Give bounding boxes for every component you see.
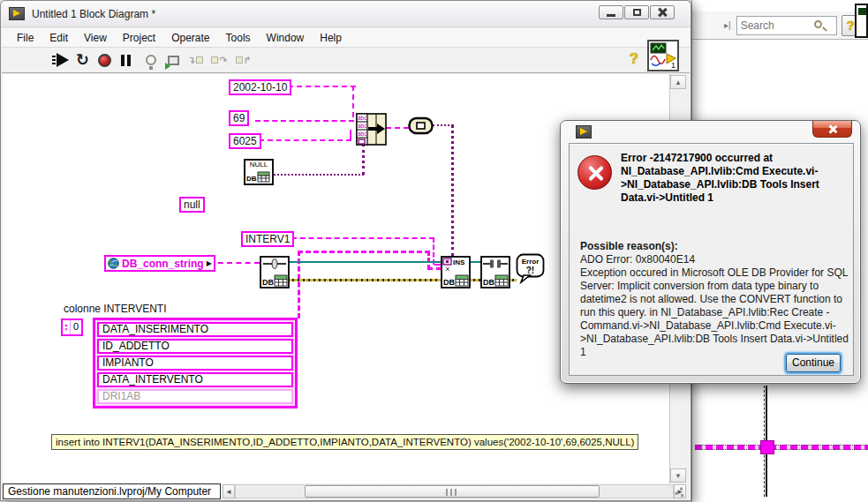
context-help-button[interactable]: ? bbox=[625, 50, 643, 71]
selected-string-wire[interactable] bbox=[695, 445, 868, 450]
menu-help[interactable]: Help bbox=[312, 30, 350, 46]
constant-date[interactable]: 2002-10-10 bbox=[229, 79, 291, 95]
wire-connection-ref[interactable] bbox=[289, 261, 441, 263]
array-item[interactable]: DATA_INTERVENTO bbox=[97, 372, 293, 387]
svg-text:DB: DB bbox=[443, 278, 455, 287]
menu-operate[interactable]: Operate bbox=[163, 30, 217, 46]
menu-window[interactable]: Window bbox=[259, 30, 313, 46]
error-body: Exception occured in Microsoft OLE DB Pr… bbox=[580, 266, 850, 359]
wire-array-to-variant[interactable] bbox=[386, 127, 409, 129]
null-db-constant[interactable]: NULL DB bbox=[244, 159, 274, 185]
toolbar-splitter-icon: ▸| bbox=[724, 20, 731, 30]
run-button[interactable] bbox=[57, 53, 69, 67]
search-box[interactable] bbox=[736, 16, 837, 35]
spinner-down-icon[interactable]: ▼ bbox=[64, 327, 69, 332]
step-into-icon: ↴ bbox=[187, 55, 195, 66]
minimize-icon bbox=[607, 14, 615, 17]
scroll-left-icon[interactable]: ◄ bbox=[223, 484, 235, 498]
wire-junction-square[interactable] bbox=[760, 440, 774, 454]
array-index-value[interactable]: 0 bbox=[71, 320, 81, 334]
continue-button[interactable]: Continue bbox=[786, 354, 841, 372]
wire-string-array[interactable] bbox=[427, 267, 442, 270]
db-insert-data-node[interactable]: INS DB bbox=[441, 256, 471, 292]
run-icon bbox=[52, 56, 56, 64]
maximize-icon bbox=[633, 9, 641, 16]
maximize-button[interactable] bbox=[624, 5, 649, 19]
step-over-icon: ↷ bbox=[219, 55, 227, 66]
constant-null[interactable]: null bbox=[179, 197, 205, 213]
wire-string-array[interactable] bbox=[298, 251, 430, 253]
wire-string-6025[interactable] bbox=[259, 139, 351, 141]
menu-edit[interactable]: Edit bbox=[42, 30, 76, 46]
horizontal-scrollbar[interactable] bbox=[235, 484, 674, 498]
wire-error-cluster[interactable] bbox=[289, 279, 442, 281]
abort-button[interactable] bbox=[98, 54, 111, 67]
title-bar[interactable]: Untitled 1 Block Diagram * bbox=[1, 1, 691, 27]
step-over-button[interactable]: ↷ bbox=[211, 55, 227, 66]
scroll-up-icon[interactable]: ▲ bbox=[670, 75, 686, 89]
wire-string-date[interactable] bbox=[352, 86, 354, 117]
search-input[interactable] bbox=[737, 17, 817, 34]
retain-wire-values-button[interactable] bbox=[168, 56, 179, 65]
dialog-close-button[interactable] bbox=[812, 121, 852, 138]
wire-string-date[interactable] bbox=[288, 86, 356, 87]
abc-cell: abc bbox=[358, 115, 367, 121]
constant-table-name[interactable]: INTERV1 bbox=[241, 231, 294, 247]
wire-string-69[interactable] bbox=[255, 120, 354, 122]
ins-label: INS bbox=[453, 258, 465, 266]
global-db-conn-string[interactable]: DB_conn_string ▶ bbox=[104, 255, 215, 272]
status-bar: Gestione manutenzioni.lvproj/My Computer… bbox=[3, 483, 686, 499]
toolbar: ↻ ↴ ↷ ↱ ? 1 bbox=[2, 48, 690, 73]
abc-cell: abc bbox=[358, 123, 367, 129]
constant-id-addetto[interactable]: 69 bbox=[229, 110, 249, 126]
horizontal-scroll-thumb[interactable] bbox=[305, 485, 600, 498]
wire-variant-out[interactable] bbox=[451, 124, 454, 257]
db-close-connection-node[interactable]: DB bbox=[480, 256, 510, 292]
constant-impianto[interactable]: 6025 bbox=[229, 133, 261, 149]
step-into-button[interactable]: ↴ bbox=[187, 55, 203, 66]
error-handler-node[interactable]: Error ?! bbox=[516, 253, 545, 288]
project-context-label[interactable]: Gestione manutenzioni.lvproj/My Computer bbox=[3, 483, 221, 499]
dialog-content: Error -2147217900 occurred at NI_Databas… bbox=[569, 143, 854, 376]
menu-project[interactable]: Project bbox=[115, 30, 163, 46]
highlight-execution-button[interactable] bbox=[146, 55, 156, 65]
build-array-node[interactable]: abc abc abc bbox=[356, 113, 387, 149]
scroll-down-icon[interactable]: ▼ bbox=[670, 468, 686, 483]
pause-icon bbox=[127, 55, 131, 66]
background-toolbar: ▸| ? bbox=[692, 11, 868, 40]
vi-icon[interactable]: 1 bbox=[647, 40, 679, 71]
pause-icon bbox=[121, 55, 125, 66]
wire-string-table[interactable] bbox=[291, 237, 434, 239]
background-vi-icon bbox=[855, 4, 868, 38]
sql-free-label[interactable]: insert into INTERV1(DATA_INSERIMENTO,ID_… bbox=[51, 434, 638, 450]
error-header-text: Error -2147217900 occurred at NI_Databas… bbox=[621, 152, 845, 205]
array-item[interactable]: DATA_INSERIMENTO bbox=[97, 322, 293, 337]
svg-text:DB: DB bbox=[483, 278, 494, 287]
array-item[interactable]: ID_ADDETTO bbox=[97, 339, 293, 354]
wire-string-6025[interactable] bbox=[350, 130, 351, 140]
error-reason-text: Possible reason(s): ADO Error: 0x80040E1… bbox=[580, 240, 850, 359]
db-open-connection-node[interactable]: DB bbox=[260, 256, 290, 292]
close-icon bbox=[828, 124, 837, 133]
array-item[interactable]: IMPIANTO bbox=[97, 356, 293, 371]
wire-variant-null[interactable] bbox=[274, 174, 364, 176]
resize-grip[interactable] bbox=[670, 484, 686, 499]
array-index-spinner[interactable]: ▲ ▼ bbox=[63, 320, 71, 334]
menu-tools[interactable]: Tools bbox=[218, 30, 259, 46]
menu-file[interactable]: File bbox=[9, 30, 42, 46]
array-index-box[interactable]: ▲ ▼ 0 bbox=[61, 318, 83, 336]
wire-variant-out[interactable] bbox=[433, 124, 453, 126]
array-constant[interactable]: DATA_INSERIMENTO ID_ADDETTO IMPIANTO DAT… bbox=[93, 318, 298, 408]
abc-cell: abc bbox=[358, 131, 367, 137]
continuous-run-button[interactable]: ↻ bbox=[76, 50, 89, 70]
array-label: colonne INTERVENTI bbox=[64, 303, 167, 315]
step-out-button[interactable]: ↱ bbox=[236, 55, 252, 66]
pause-button[interactable] bbox=[121, 55, 131, 66]
to-variant-node[interactable] bbox=[408, 116, 434, 139]
scroll-thumb-grip bbox=[446, 489, 458, 496]
menu-bar: File Edit View Project Operate Tools Win… bbox=[2, 28, 690, 48]
minimize-button[interactable] bbox=[599, 5, 623, 19]
menu-view[interactable]: View bbox=[76, 30, 115, 46]
array-item-ghost[interactable]: DRI1AB bbox=[97, 389, 293, 404]
close-button[interactable] bbox=[650, 5, 675, 19]
